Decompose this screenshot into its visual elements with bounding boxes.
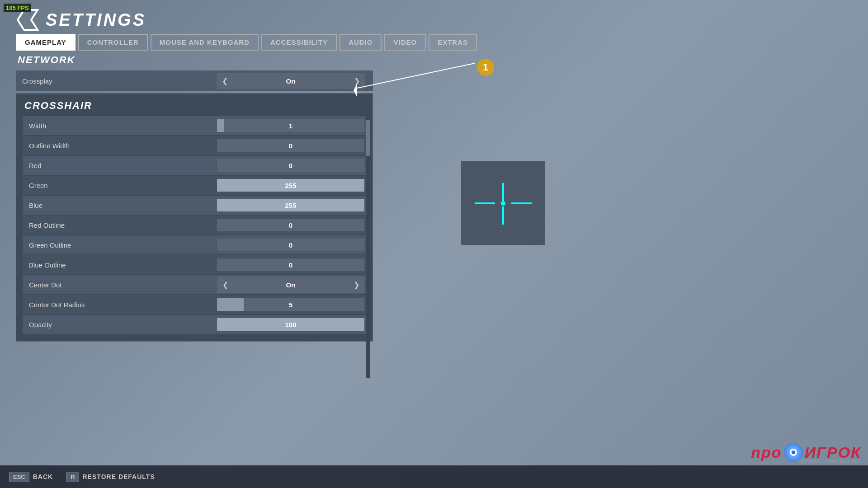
blue-outline-row: Blue Outline 0 bbox=[23, 255, 366, 274]
crosshair-panel: CROSSHAIR Width 1 Outline Width 0 Red bbox=[16, 93, 373, 342]
opacity-label: Opacity bbox=[23, 321, 217, 328]
center-dot-next-arrow[interactable]: ❯ bbox=[348, 277, 364, 293]
center-dot-row: Center Dot ❮ On ❯ bbox=[23, 275, 366, 294]
crosshair-preview-box bbox=[461, 161, 545, 245]
red-value: 0 bbox=[289, 162, 292, 169]
center-dot-value: On bbox=[233, 281, 348, 289]
outline-width-control[interactable]: 0 bbox=[217, 139, 364, 152]
blue-label: Blue bbox=[23, 202, 217, 209]
tab-controller[interactable]: CONTROLLER bbox=[78, 34, 148, 51]
copyright-text: COPYRIGHT © MATPRO. ВКЗ. bbox=[797, 459, 861, 464]
r-key: R bbox=[66, 472, 79, 482]
width-row: Width 1 bbox=[23, 116, 366, 135]
bottom-bar: ESC BACK R RESTORE DEFAULTS bbox=[0, 465, 868, 488]
tab-extras[interactable]: EXTRAS bbox=[429, 34, 477, 51]
tab-accessibility[interactable]: ACCESSIBILITY bbox=[261, 34, 337, 51]
crosshair-section-title: CROSSHAIR bbox=[24, 100, 366, 112]
blue-outline-control[interactable]: 0 bbox=[217, 258, 364, 271]
green-value: 255 bbox=[285, 182, 296, 189]
svg-marker-0 bbox=[18, 10, 38, 30]
outline-width-label: Outline Width bbox=[23, 142, 217, 150]
fps-counter: 105 FPS bbox=[4, 4, 31, 12]
blue-outline-label: Blue Outline bbox=[23, 261, 217, 269]
red-outline-control[interactable]: 0 bbox=[217, 219, 364, 231]
center-dot-label: Center Dot bbox=[23, 281, 217, 289]
center-dot-radius-row: Center Dot Radius 5 bbox=[23, 295, 366, 314]
center-dot-prev-arrow[interactable]: ❮ bbox=[217, 277, 233, 293]
crossplay-row: Crossplay ❮ On ❯ bbox=[16, 70, 373, 91]
svg-point-9 bbox=[792, 450, 795, 454]
crossplay-value: On bbox=[233, 77, 349, 85]
watermark-text-igrok: ИГРОК bbox=[805, 444, 861, 461]
svg-line-1 bbox=[357, 63, 475, 88]
tab-audio[interactable]: AUDIO bbox=[340, 34, 382, 51]
blue-control[interactable]: 255 bbox=[217, 199, 364, 211]
settings-header: SETTINGS bbox=[16, 8, 146, 32]
crossplay-label: Crossplay bbox=[22, 77, 217, 85]
green-outline-label: Green Outline bbox=[23, 241, 217, 249]
red-row: Red 0 bbox=[23, 156, 366, 175]
network-section: NETWORK Crossplay ❮ On ❯ CROSSHAIR Width… bbox=[16, 54, 373, 342]
svg-point-7 bbox=[501, 201, 505, 206]
width-control[interactable]: 1 bbox=[217, 119, 364, 132]
center-dot-radius-label: Center Dot Radius bbox=[23, 301, 217, 309]
svg-rect-4 bbox=[502, 206, 504, 225]
crossplay-control: ❮ On ❯ bbox=[217, 73, 365, 89]
blue-value: 255 bbox=[285, 202, 296, 209]
restore-label: RESTORE DEFAULTS bbox=[83, 473, 155, 480]
tab-mouse-keyboard[interactable]: MOUSE AND KEYBOARD bbox=[151, 34, 259, 51]
red-control[interactable]: 0 bbox=[217, 159, 364, 172]
green-control[interactable]: 255 bbox=[217, 179, 364, 192]
opacity-row: Opacity 100 bbox=[23, 315, 366, 334]
back-action: ESC BACK bbox=[9, 472, 53, 482]
green-outline-row: Green Outline 0 bbox=[23, 235, 366, 254]
tab-gameplay[interactable]: GAMEPLAY bbox=[16, 34, 75, 51]
center-dot-radius-value: 5 bbox=[289, 301, 292, 309]
red-outline-row: Red Outline 0 bbox=[23, 216, 366, 235]
tab-video[interactable]: VIDEO bbox=[384, 34, 426, 51]
green-outline-value: 0 bbox=[289, 241, 292, 249]
network-section-title: NETWORK bbox=[18, 54, 373, 66]
red-label: Red bbox=[23, 162, 217, 169]
green-row: Green 255 bbox=[23, 176, 366, 195]
green-label: Green bbox=[23, 182, 217, 189]
svg-rect-6 bbox=[511, 202, 532, 204]
opacity-control[interactable]: 100 bbox=[217, 318, 364, 331]
center-dot-radius-control[interactable]: 5 bbox=[217, 298, 364, 311]
red-outline-value: 0 bbox=[289, 221, 292, 229]
scrollbar-track[interactable] bbox=[366, 116, 370, 378]
restore-action: R RESTORE DEFAULTS bbox=[66, 472, 155, 482]
outline-width-row: Outline Width 0 bbox=[23, 136, 366, 155]
scrollbar-thumb[interactable] bbox=[366, 120, 370, 156]
green-outline-control[interactable]: 0 bbox=[217, 239, 364, 251]
opacity-value: 100 bbox=[285, 321, 296, 328]
crosshair-preview-svg bbox=[461, 161, 545, 245]
svg-rect-3 bbox=[502, 183, 504, 201]
blue-row: Blue 255 bbox=[23, 196, 366, 215]
width-label: Width bbox=[23, 122, 217, 130]
watermark-text-pro: про bbox=[751, 444, 782, 461]
red-outline-label: Red Outline bbox=[23, 221, 217, 229]
outline-width-value: 0 bbox=[289, 142, 292, 150]
width-value: 1 bbox=[289, 122, 292, 130]
page-title: SETTINGS bbox=[46, 10, 146, 30]
blue-outline-value: 0 bbox=[289, 261, 292, 269]
center-dot-control: ❮ On ❯ bbox=[217, 277, 364, 293]
esc-key: ESC bbox=[9, 472, 29, 482]
callout-line bbox=[357, 54, 493, 99]
svg-rect-5 bbox=[475, 202, 495, 204]
back-label: BACK bbox=[33, 473, 53, 480]
badge-1: 1 bbox=[477, 59, 494, 76]
nav-tabs: GAMEPLAY CONTROLLER MOUSE AND KEYBOARD A… bbox=[16, 34, 477, 51]
crossplay-prev-arrow[interactable]: ❮ bbox=[217, 73, 233, 89]
